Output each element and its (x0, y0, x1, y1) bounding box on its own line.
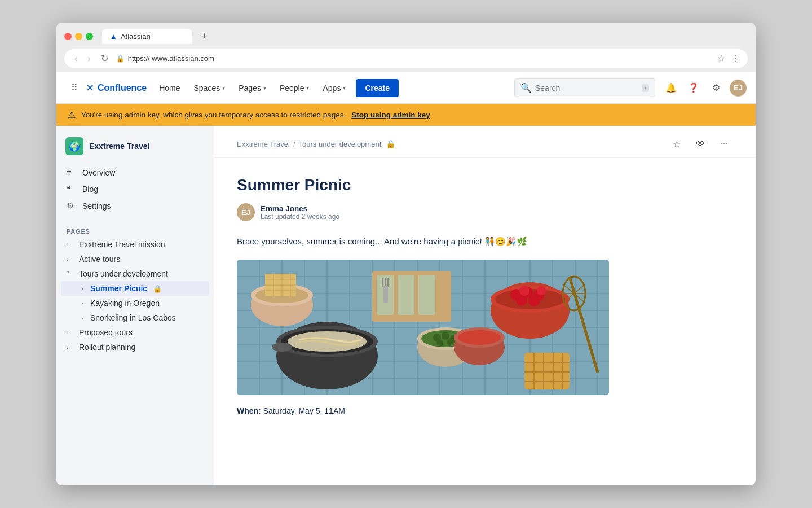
space-header: 🌍 Exxtreme Travel (56, 135, 214, 164)
tree-label-active-tours: Active tours (79, 255, 120, 264)
sidebar-settings[interactable]: ⚙ Settings (61, 198, 209, 214)
main-content: Exxtreme Travel / Tours under developmen… (214, 126, 756, 485)
sidebar-overview[interactable]: ≡ Overview (61, 164, 209, 181)
tab-bar: ▲ Atlassian + (64, 28, 748, 45)
author-date: Last updated 2 weeks ago (261, 213, 339, 221)
spaces-caret: ▾ (222, 85, 225, 91)
settings-button[interactable]: ⚙ (707, 79, 725, 97)
svg-point-41 (442, 332, 449, 340)
more-actions-button[interactable]: ··· (715, 135, 733, 153)
atlassian-icon: ▲ (110, 32, 117, 41)
nav-spaces[interactable]: Spaces ▾ (188, 72, 231, 104)
browser-tab[interactable]: ▲ Atlassian (102, 29, 192, 44)
blog-icon: ❝ (67, 184, 78, 194)
space-icon: 🌍 (65, 137, 83, 155)
tree-label: Exxtreme Travel mission (79, 240, 165, 249)
tree-item-active-tours[interactable]: › Active tours (61, 252, 209, 266)
tree-item-travel-mission[interactable]: › Exxtreme Travel mission (61, 237, 209, 252)
svg-point-53 (519, 286, 529, 296)
new-tab-button[interactable]: + (197, 28, 212, 45)
browser-chrome: ▲ Atlassian + ‹ › ↻ 🔒 https:// www.atlas… (56, 23, 756, 72)
grid-menu-icon[interactable]: ⠿ (65, 79, 83, 97)
svg-point-76 (458, 330, 501, 345)
page-title: Summer Picnic (237, 176, 733, 194)
nav-home[interactable]: Home (153, 72, 186, 104)
forward-button[interactable]: › (85, 52, 92, 65)
more-icon[interactable]: ⋮ (731, 53, 740, 64)
author-avatar: EJ (237, 203, 255, 221)
close-button[interactable] (64, 33, 72, 40)
svg-rect-36 (383, 286, 388, 303)
browser-window: ▲ Atlassian + ‹ › ↻ 🔒 https:// www.atlas… (56, 23, 756, 485)
tree-label-proposed: Proposed tours (79, 328, 133, 337)
overview-icon: ≡ (67, 168, 78, 177)
lock-badge-summer-picnic: 🔒 (153, 284, 162, 293)
breadcrumb-space[interactable]: Exxtreme Travel (237, 140, 290, 148)
tree-label-summer-picnic: Summer Picnic (90, 284, 147, 293)
search-box[interactable]: 🔍 / (514, 78, 655, 97)
address-actions: ☆ ⋮ (717, 53, 740, 64)
tree-toggle-mission: › (67, 241, 76, 248)
url-area[interactable]: 🔒 https:// www.atlassian.com (116, 54, 712, 63)
maximize-button[interactable] (86, 33, 93, 40)
tree-label-snorkeling: Snorkeling in Los Cabos (90, 313, 176, 322)
svg-point-43 (436, 340, 443, 347)
tab-title: Atlassian (121, 32, 151, 41)
settings-label: Settings (82, 202, 111, 211)
search-slash-hint: / (642, 84, 649, 92)
author-name: Emma Jones (261, 204, 339, 213)
apps-caret: ▾ (343, 85, 346, 91)
top-nav: ⠿ ✕ Confluence Home Spaces ▾ Pages ▾ Peo… (56, 72, 756, 104)
lock-icon: 🔒 (116, 55, 125, 63)
page-tree: › Exxtreme Travel mission › Active tours… (56, 237, 214, 354)
bullet-snorkeling: • (78, 316, 87, 321)
tree-item-proposed[interactable]: › Proposed tours (61, 325, 209, 340)
breadcrumb-lock-icon: 🔒 (386, 139, 395, 148)
warning-icon: ⚠ (68, 110, 76, 120)
tree-label-kayaking: Kayaking in Oregon (90, 299, 160, 308)
minimize-button[interactable] (75, 33, 82, 40)
tree-item-rollout[interactable]: › Rollout planning (61, 340, 209, 354)
breadcrumb-sep: / (293, 140, 295, 148)
svg-point-28 (272, 343, 292, 352)
nav-actions: 🔔 ❓ ⚙ EJ (662, 79, 747, 97)
user-avatar[interactable]: EJ (730, 80, 747, 97)
confluence-logo[interactable]: ✕ Confluence (86, 82, 147, 94)
notifications-button[interactable]: 🔔 (662, 79, 680, 97)
app-body: ⠿ ✕ Confluence Home Spaces ▾ Pages ▾ Peo… (56, 72, 756, 485)
nav-people[interactable]: People ▾ (274, 72, 315, 104)
breadcrumb: Exxtreme Travel / Tours under developmen… (237, 139, 395, 148)
nav-pages[interactable]: Pages ▾ (233, 72, 272, 104)
star-page-button[interactable]: ☆ (668, 135, 686, 153)
bullet-summer-picnic: • (78, 286, 87, 291)
svg-point-44 (447, 339, 453, 346)
help-button[interactable]: ❓ (685, 79, 703, 97)
search-icon: 🔍 (520, 82, 532, 93)
page-when: When: Saturday, May 5, 11AM (237, 406, 733, 415)
tree-toggle-rollout: › (67, 344, 76, 351)
people-caret: ▾ (306, 85, 309, 91)
nav-apps[interactable]: Apps ▾ (317, 72, 351, 104)
tree-label-tours: Tours under development (79, 269, 168, 278)
bullet-kayaking: • (78, 301, 87, 306)
page-intro: Brace yourselves, summer is coming... An… (237, 235, 733, 248)
create-button[interactable]: Create (356, 79, 399, 97)
tree-item-summer-picnic[interactable]: • Summer Picnic 🔒 (61, 281, 209, 296)
sidebar-blog[interactable]: ❝ Blog (61, 181, 209, 198)
back-button[interactable]: ‹ (72, 52, 80, 65)
svg-point-51 (516, 295, 527, 306)
tree-item-tours-development[interactable]: ˅ Tours under development (61, 266, 209, 281)
search-input[interactable] (535, 84, 638, 93)
sidebar-nav: ≡ Overview ❝ Blog ⚙ Settings (56, 164, 214, 214)
page-header-bar: Exxtreme Travel / Tours under developmen… (214, 126, 756, 158)
page-content: Summer Picnic EJ Emma Jones Last updated… (214, 158, 756, 433)
tree-item-kayaking[interactable]: • Kayaking in Oregon (61, 296, 209, 310)
picnic-image (237, 260, 609, 395)
breadcrumb-page[interactable]: Tours under development (299, 140, 382, 148)
watch-page-button[interactable]: 👁 (691, 135, 709, 153)
traffic-lights (64, 33, 93, 40)
star-icon[interactable]: ☆ (717, 53, 725, 64)
stop-admin-key-link[interactable]: Stop using admin key (351, 111, 430, 119)
refresh-button[interactable]: ↻ (99, 52, 111, 65)
tree-item-snorkeling[interactable]: • Snorkeling in Los Cabos (61, 310, 209, 325)
